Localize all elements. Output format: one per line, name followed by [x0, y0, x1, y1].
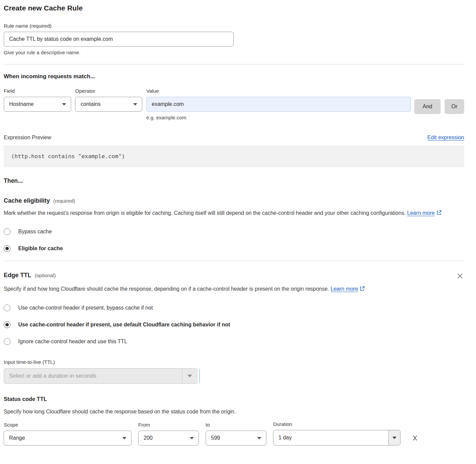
- close-icon[interactable]: [456, 272, 464, 280]
- scope-select[interactable]: Range: [4, 431, 131, 445]
- chevron-down-icon: [257, 437, 261, 439]
- match-heading: When incoming requests match...: [4, 73, 464, 80]
- expression-header: Expression Preview Edit expression: [4, 135, 464, 141]
- edge-ttl-heading: Edge TTL (optional): [4, 272, 56, 279]
- scope-select-value: Range: [9, 435, 25, 441]
- cache-eligibility-title: Cache eligibility: [4, 197, 50, 204]
- cache-eligibility-heading: Cache eligibility (required): [4, 197, 464, 204]
- field-select[interactable]: Hostname: [4, 97, 71, 112]
- radio-button-icon[interactable]: [4, 304, 10, 311]
- ttl-input-label: Input time-to-live (TTL): [4, 359, 464, 365]
- duration-select[interactable]: 1 day: [273, 430, 400, 445]
- match-condition-row: Field Hostname Operator contains Value e…: [4, 88, 464, 120]
- to-select[interactable]: 599: [206, 431, 266, 445]
- cache-eligibility-description: Mark whether the request’s response from…: [4, 208, 464, 218]
- from-select-value: 200: [144, 435, 153, 441]
- and-button[interactable]: And: [414, 99, 441, 114]
- status-code-ttl-row: Scope Range From 200 to 599 Duration 1 d…: [4, 421, 464, 445]
- radio-option-use-header-default[interactable]: Use cache-control header if present, use…: [4, 321, 464, 328]
- radio-label: Eligible for cache: [18, 245, 63, 252]
- operator-select-value: contains: [81, 101, 101, 107]
- field-select-value: Hostname: [9, 101, 34, 107]
- radio-button-icon[interactable]: [4, 228, 10, 235]
- edge-ttl-description-text: Specify if and how long Cloudflare shoul…: [4, 286, 329, 292]
- edge-ttl-title: Edge TTL: [4, 272, 31, 279]
- external-link-icon: [360, 285, 365, 294]
- operator-select[interactable]: contains: [75, 97, 142, 112]
- value-help: e.g. example.com: [146, 115, 411, 120]
- ttl-select-row: Select or add a duration in seconds: [4, 368, 464, 384]
- radio-button-icon[interactable]: [4, 321, 10, 328]
- to-label: to: [206, 422, 266, 428]
- radio-option-ignore-header[interactable]: Ignore cache-control header and use this…: [4, 338, 464, 345]
- expression-code: (http.host contains "example.com"): [4, 145, 464, 167]
- edit-expression-link[interactable]: Edit expression: [427, 135, 464, 141]
- chevron-down-icon: [133, 103, 137, 106]
- value-label: Value: [146, 88, 411, 94]
- remove-row-icon[interactable]: [412, 434, 418, 442]
- duration-select-value: 1 day: [273, 430, 388, 445]
- field-label: Field: [4, 88, 71, 94]
- radio-button-icon[interactable]: [4, 338, 10, 345]
- chevron-down-icon: [122, 437, 126, 439]
- ttl-select-placeholder: Select or add a duration in seconds: [4, 369, 182, 383]
- learn-more-link[interactable]: Learn more: [331, 286, 358, 292]
- create-cache-rule-form: Create new Cache Rule Rule name (require…: [0, 0, 476, 452]
- optional-qualifier: (optional): [35, 272, 56, 278]
- radio-label: Use cache-control header if present, byp…: [18, 305, 153, 311]
- rule-name-help: Give your rule a descriptive name.: [4, 50, 464, 55]
- edge-ttl-header: Edge TTL (optional): [4, 272, 464, 280]
- radio-label: Bypass cache: [18, 229, 52, 235]
- from-label: From: [138, 422, 199, 428]
- to-select-value: 599: [211, 435, 220, 441]
- chevron-down-icon[interactable]: [182, 369, 197, 383]
- radio-option-eligible-for-cache[interactable]: Eligible for cache: [4, 245, 464, 252]
- edge-ttl-description: Specify if and how long Cloudflare shoul…: [4, 284, 464, 294]
- duration-label: Duration: [273, 421, 400, 427]
- rule-name-input[interactable]: [4, 32, 234, 47]
- status-code-ttl-description: Specify how long Cloudflare should cache…: [4, 407, 464, 416]
- or-button[interactable]: Or: [445, 99, 464, 114]
- then-heading: Then...: [4, 177, 464, 184]
- ttl-duration-select[interactable]: Select or add a duration in seconds: [4, 368, 197, 384]
- radio-option-use-header-bypass[interactable]: Use cache-control header if present, byp…: [4, 304, 464, 311]
- radio-option-bypass-cache[interactable]: Bypass cache: [4, 228, 464, 235]
- status-code-ttl-heading: Status code TTL: [4, 396, 464, 402]
- rule-name-label: Rule name (required): [4, 23, 464, 29]
- expression-preview-label: Expression Preview: [4, 135, 51, 141]
- page-title: Create new Cache Rule: [4, 4, 464, 12]
- scope-label: Scope: [4, 422, 131, 428]
- radio-label: Ignore cache-control header and use this…: [18, 339, 127, 345]
- section-divider: [4, 261, 464, 261]
- external-link-icon: [437, 209, 442, 218]
- text-caret: [199, 369, 200, 383]
- radio-label: Use cache-control header if present, use…: [18, 322, 230, 328]
- operator-label: Operator: [75, 88, 142, 94]
- radio-button-icon[interactable]: [4, 245, 10, 252]
- from-select[interactable]: 200: [138, 431, 199, 445]
- chevron-down-icon[interactable]: [388, 430, 400, 445]
- learn-more-link[interactable]: Learn more: [407, 210, 435, 216]
- chevron-down-icon: [62, 103, 66, 106]
- cache-eligibility-description-text: Mark whether the request’s response from…: [4, 210, 406, 216]
- value-input[interactable]: [146, 97, 411, 112]
- section-divider: [4, 64, 464, 64]
- chevron-down-icon: [190, 437, 194, 439]
- required-qualifier: (required): [53, 198, 75, 204]
